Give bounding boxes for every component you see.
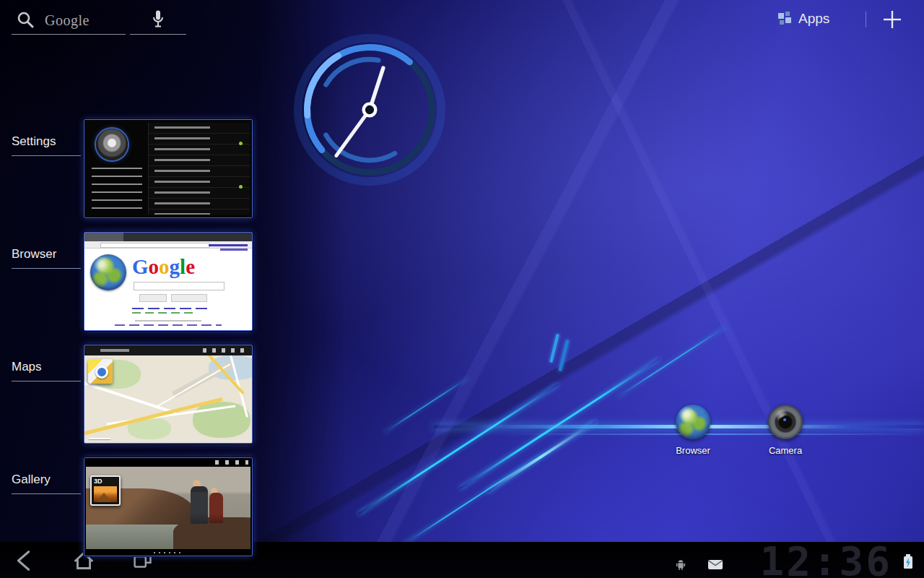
email-notification-icon (707, 559, 723, 573)
browser-globe-icon (90, 254, 126, 290)
map-pin-icon (95, 366, 108, 379)
photo-water (86, 525, 181, 549)
photo-person (209, 493, 223, 523)
browser-url-box (100, 243, 210, 248)
recent-label-browser[interactable]: Browser (12, 247, 81, 269)
shortcut-label: Camera (751, 445, 820, 456)
browser-top-links (220, 249, 248, 251)
shortcut-camera[interactable]: Camera (751, 405, 820, 456)
maps-preview (84, 345, 252, 443)
maps-app-icon (88, 359, 113, 384)
browser-page-preview: Google (84, 233, 252, 330)
add-widget-button[interactable] (881, 8, 904, 31)
gallery-filmstrip-dots (154, 552, 183, 553)
recent-label-text: Settings (12, 134, 56, 148)
shortcut-label: Browser (658, 445, 728, 456)
result-links-preview (132, 308, 207, 309)
recent-label-text: Maps (12, 360, 42, 374)
battery-icon (902, 553, 914, 572)
maps-action-bar-text (100, 349, 129, 352)
recent-label-maps[interactable]: Maps (12, 360, 81, 381)
camera-app-icon (768, 405, 803, 439)
maps-action-bar (84, 345, 252, 355)
camera-aperture-icon (779, 415, 792, 428)
apps-button[interactable]: Apps (778, 7, 847, 30)
recent-label-settings[interactable]: Settings (12, 134, 81, 156)
maps-action-bar-icons (203, 348, 249, 353)
settings-speaker-icon (96, 129, 128, 160)
search-icon (16, 10, 36, 33)
footer-line-preview (135, 320, 201, 322)
home-icon (68, 564, 100, 577)
status-clock: 12:36 (759, 538, 892, 578)
search-button-preview (139, 294, 167, 302)
back-button[interactable] (9, 547, 40, 574)
back-icon (9, 564, 40, 577)
logo-letter: l (180, 255, 186, 278)
usb-debug-icon (674, 558, 687, 574)
search-text-button[interactable]: Google (12, 6, 126, 35)
recent-thumbnail-gallery[interactable]: 3D (84, 457, 253, 556)
status-area[interactable]: 12:36 (657, 542, 924, 578)
settings-screen-preview (84, 120, 252, 217)
analog-clock-widget[interactable] (292, 32, 448, 188)
apps-button-label: Apps (798, 11, 829, 27)
apps-grid-icon (778, 12, 793, 26)
lucky-button-preview (171, 294, 207, 302)
gallery-icon-mountain (96, 493, 112, 502)
settings-toggle-dot (239, 185, 243, 189)
logo-letter: g (170, 255, 180, 278)
recents-icon (127, 564, 159, 577)
voice-search-button[interactable] (130, 6, 186, 35)
topbar-divider (866, 12, 866, 27)
google-logo: Google (132, 256, 195, 277)
microphone-icon (152, 9, 165, 33)
logo-letter: e (186, 255, 195, 278)
recent-label-text: Browser (12, 247, 56, 261)
recent-thumbnail-maps[interactable] (84, 345, 253, 444)
map-scale-bar (89, 438, 110, 439)
logo-letter: G (132, 255, 149, 278)
browser-app-icon (676, 405, 710, 439)
camera-lens-glint (783, 418, 786, 421)
plus-icon (881, 21, 904, 33)
photo-person (191, 486, 208, 524)
footer-links-preview (115, 324, 222, 326)
browser-top-links (209, 244, 248, 246)
search-box-preview (134, 282, 225, 290)
settings-toggle-dot (239, 142, 243, 145)
logo-letter: o (159, 255, 170, 278)
browser-tab-bar (84, 233, 252, 241)
recent-thumbnail-settings[interactable] (84, 119, 253, 218)
result-links-preview (132, 312, 193, 314)
home-screen: Google Apps (0, 0, 924, 578)
logo-letter: o (149, 255, 160, 278)
recent-label-text: Gallery (12, 473, 51, 486)
recent-thumbnail-browser[interactable]: Google (84, 232, 253, 331)
gallery-action-bar-icons (215, 460, 248, 465)
settings-menu-lines (92, 168, 142, 212)
gallery-preview: 3D (84, 458, 252, 556)
analog-clock-face (292, 32, 448, 188)
gallery-icon-badge: 3D (94, 478, 103, 485)
recent-label-gallery[interactable]: Gallery (12, 473, 81, 494)
settings-detail-lines (148, 123, 250, 215)
gallery-icon-art (94, 486, 117, 502)
gallery-app-icon: 3D (90, 475, 121, 506)
shortcut-browser[interactable]: Browser (658, 405, 728, 456)
search-widget-label: Google (45, 12, 90, 29)
google-search-widget[interactable]: Google (12, 6, 186, 35)
